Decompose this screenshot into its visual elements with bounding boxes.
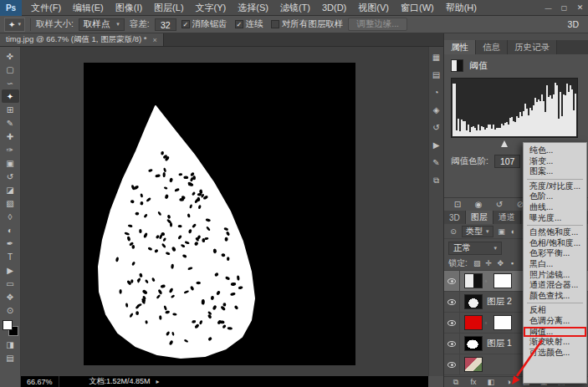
history-panel-icon[interactable]: ↺ <box>431 122 442 133</box>
adjustment-menu-item[interactable]: 色阶... <box>524 191 586 202</box>
new-adjustment-layer-icon[interactable]: ◑ <box>504 378 514 387</box>
contiguous-checkbox[interactable]: ✓ <box>235 20 243 28</box>
anti-alias-checkbox[interactable]: ✓ <box>182 20 190 28</box>
layer-mask-thumbnail[interactable] <box>493 273 512 288</box>
path-selection-tool[interactable]: ▶ <box>2 263 19 277</box>
clip-to-layer-icon[interactable]: ⊡ <box>452 199 463 210</box>
menu-type[interactable]: 文字(Y) <box>190 0 233 16</box>
document-canvas[interactable] <box>84 63 355 365</box>
tab-properties[interactable]: 属性 <box>444 40 476 54</box>
zoom-level-field[interactable]: 66.67% <box>21 376 59 387</box>
history-brush-tool[interactable]: ↺ <box>2 170 19 183</box>
channels-panel-icon[interactable]: ⧉ <box>431 175 442 186</box>
pen-tool[interactable]: ✒ <box>2 237 19 250</box>
layer-thumbnail[interactable] <box>464 273 483 288</box>
adjustment-menu-item[interactable]: 通道混合器... <box>524 280 586 291</box>
actions-panel-icon[interactable]: ▶ <box>431 140 442 150</box>
layers-tab-channels[interactable]: 通道 <box>493 211 521 224</box>
magic-wand-tool[interactable]: ✦ <box>2 89 19 103</box>
crop-tool[interactable]: ⊞ <box>2 103 19 116</box>
menu-threed[interactable]: 3D(D) <box>316 0 352 16</box>
menu-filter[interactable]: 滤镜(T) <box>274 0 316 16</box>
shape-tool[interactable]: ▭ <box>2 277 19 290</box>
swatches-panel-icon[interactable]: ▤ <box>431 69 442 80</box>
brush-panel-icon[interactable]: ✎ <box>431 157 442 168</box>
tool-preset-picker[interactable]: ✦ ▾ <box>4 18 25 32</box>
minimize-button[interactable]: — <box>540 0 556 15</box>
adjustment-filter-icon[interactable]: ◐ <box>509 226 519 237</box>
screen-mode[interactable]: ▤ <box>2 351 19 364</box>
adjustment-menu-item[interactable]: 可选颜色... <box>524 348 586 359</box>
layers-tab-3d[interactable]: 3D <box>444 211 466 224</box>
adjustments-panel-icon[interactable]: ◔ <box>431 87 442 98</box>
adjustment-menu-item[interactable]: 阈值... <box>524 327 586 338</box>
color-panel-icon[interactable]: ▦ <box>431 52 442 63</box>
layer-visibility-toggle[interactable] <box>444 313 460 333</box>
adjustment-menu-item[interactable]: 曲线... <box>524 202 586 213</box>
menu-help[interactable]: 帮助(H) <box>440 0 483 16</box>
blend-mode-dropdown[interactable]: 正常 ▾ <box>448 242 502 255</box>
adjustment-menu-item[interactable]: 色相/饱和度... <box>524 238 586 249</box>
document-tab[interactable]: timg.jpg @ 66.7% (阈值 1, 图层蒙版/8) * × <box>0 33 164 46</box>
adjustment-menu-item[interactable]: 颜色查找... <box>524 291 586 302</box>
menu-layer[interactable]: 图层(L) <box>148 0 189 16</box>
sample-size-dropdown[interactable]: 取样点 ▾ <box>79 18 125 31</box>
blur-tool[interactable]: ◊ <box>2 210 19 223</box>
close-button[interactable]: ✕ <box>572 0 588 15</box>
threshold-level-input[interactable]: 107 <box>494 155 521 168</box>
workspace-switcher[interactable]: 3D <box>568 19 584 29</box>
layers-tab-layers[interactable]: 图层 <box>466 211 493 224</box>
quick-mask-mode[interactable]: ◨ <box>2 338 19 351</box>
layer-thumbnail[interactable] <box>464 315 483 330</box>
tab-close-icon[interactable]: × <box>153 36 157 44</box>
clone-stamp-tool[interactable]: ▣ <box>2 156 19 170</box>
menu-file[interactable]: 文件(F) <box>25 0 67 16</box>
menu-edit[interactable]: 编辑(E) <box>67 0 110 16</box>
brush-tool[interactable]: ✑ <box>2 143 19 156</box>
layer-filter-dropdown[interactable]: 类型 ▾ <box>462 226 493 237</box>
menu-select[interactable]: 选择(S) <box>232 0 274 16</box>
styles-panel-icon[interactable]: ◈ <box>431 104 442 115</box>
gradient-tool[interactable]: ▧ <box>2 196 19 210</box>
lock-transparency-icon[interactable]: ▨ <box>473 258 482 269</box>
foreground-color-swatch[interactable] <box>3 320 13 330</box>
adjustment-menu-item[interactable]: 纯色... <box>524 145 586 156</box>
link-layers-icon[interactable]: ⧉ <box>451 378 461 387</box>
move-tool[interactable]: ✜ <box>2 49 19 63</box>
layer-thumbnail[interactable] <box>464 294 483 309</box>
restore-button[interactable]: ▢ <box>556 0 572 15</box>
pixel-filter-icon[interactable]: ▣ <box>497 226 507 237</box>
layer-styles-icon[interactable]: fx <box>468 378 478 387</box>
adjustment-menu-item[interactable]: 自然饱和度... <box>524 227 586 238</box>
status-menu-arrow-icon[interactable]: ▸ <box>156 378 160 385</box>
eraser-tool[interactable]: ◪ <box>2 183 19 196</box>
adjustment-menu-item[interactable]: 亮度/对比度... <box>524 181 586 192</box>
layer-visibility-toggle[interactable] <box>444 292 460 312</box>
menu-window[interactable]: 窗口(W) <box>395 0 440 16</box>
adjustment-menu-item[interactable]: 曝光度... <box>524 213 586 224</box>
tolerance-input[interactable]: 32 <box>155 18 176 31</box>
adjustment-menu-item[interactable]: 黑白... <box>524 259 586 270</box>
menu-image[interactable]: 图像(I) <box>110 0 148 16</box>
menu-view[interactable]: 视图(V) <box>352 0 395 16</box>
photoshop-logo-icon[interactable]: Ps <box>0 0 22 16</box>
reset-adjustment-icon[interactable]: ↺ <box>493 199 505 210</box>
rect-marquee-tool[interactable]: ▢ <box>2 63 19 76</box>
dodge-tool[interactable]: ◐ <box>2 223 19 237</box>
layer-visibility-toggle[interactable] <box>444 271 460 291</box>
adjustment-menu-item[interactable]: 照片滤镜... <box>524 270 586 281</box>
adjustment-menu-item[interactable]: 反相 <box>524 305 586 316</box>
layer-thumbnail[interactable] <box>464 336 483 351</box>
hand-tool[interactable]: ✥ <box>2 290 19 303</box>
layer-visibility-toggle[interactable] <box>444 354 460 374</box>
zoom-tool[interactable]: ⊙ <box>2 303 19 317</box>
adjustment-menu-item[interactable]: 渐变... <box>524 156 586 167</box>
lock-all-icon[interactable]: ▪ <box>508 258 517 269</box>
tab-info[interactable]: 信息 <box>476 40 508 54</box>
add-layer-mask-icon[interactable]: ◧ <box>486 378 496 387</box>
toggle-visibility-icon[interactable]: ◉ <box>473 199 484 210</box>
color-swatches[interactable] <box>3 320 18 336</box>
refine-edge-button[interactable]: 调整边缘... <box>348 18 407 31</box>
eyedropper-tool[interactable]: ✎ <box>2 116 19 130</box>
lock-position-icon[interactable]: ✥ <box>496 258 505 269</box>
